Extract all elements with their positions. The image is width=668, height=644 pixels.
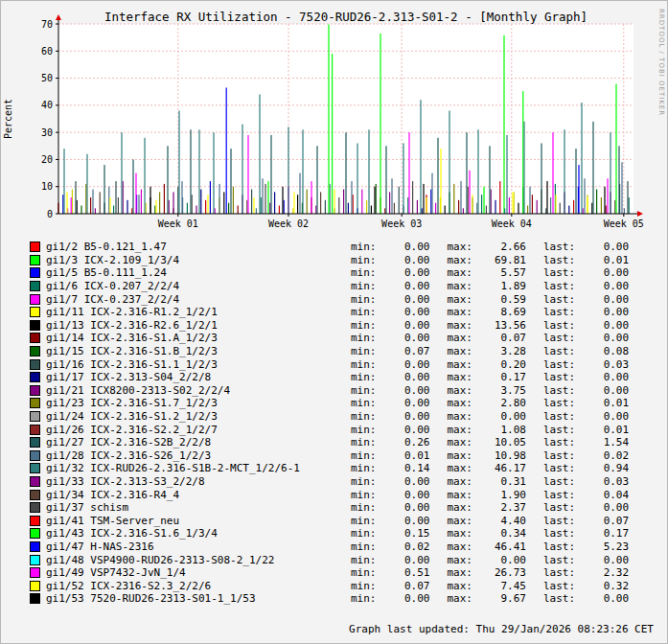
legend-color-swatch <box>30 463 40 473</box>
legend-color-swatch <box>30 398 40 408</box>
legend-last-key: last: <box>543 280 575 292</box>
y-tick-label: 50 <box>41 73 53 83</box>
baseline-bar <box>187 203 188 214</box>
legend-min-key: min: <box>351 436 377 448</box>
baseline-bar <box>100 192 101 214</box>
baseline-bar <box>361 190 362 214</box>
spike-bar <box>621 162 622 214</box>
y-axis-title: Percent <box>3 99 13 139</box>
legend-max-value: 0.17 <box>472 371 526 383</box>
legend-max-value: 69.81 <box>472 254 526 266</box>
legend-label: gi1/3 ICX-2.109_1/3/4 <box>46 254 334 266</box>
baseline-bar <box>141 190 142 214</box>
baseline-bar <box>62 195 63 214</box>
baseline-bar <box>417 200 418 214</box>
legend-last-value: 0.00 <box>575 319 629 332</box>
baseline-bar <box>614 200 615 214</box>
spike-bar <box>135 173 136 214</box>
baseline-bar <box>108 187 109 214</box>
legend-max-key: max: <box>448 345 473 357</box>
legend-color-swatch <box>30 437 40 448</box>
legend-min-value: 0.00 <box>377 266 430 279</box>
legend-label: gi1/24 ICX-2.316-S1.2_1/2/3 <box>46 410 334 423</box>
spike-bar <box>607 178 608 214</box>
legend-max-key: max: <box>448 424 473 436</box>
spike-bar <box>385 146 386 214</box>
legend-max-value: 0.00 <box>472 410 526 423</box>
legend-min-value: 0.00 <box>377 424 430 436</box>
legend-max-value: 2.80 <box>472 397 526 409</box>
legend-last-key: last: <box>543 254 575 266</box>
y-tick-label: 70 <box>41 19 53 30</box>
baseline-bar <box>430 190 431 214</box>
spike-bar <box>541 143 541 214</box>
legend-max-key: max: <box>448 436 473 448</box>
baseline-bar <box>330 184 331 214</box>
legend-last-key: last: <box>543 554 575 566</box>
spike-bar <box>587 197 587 214</box>
legend-color-swatch <box>30 333 40 343</box>
baseline-bar <box>238 206 239 214</box>
legend-label: gi1/33 ICX-2.313-S3_2/2/8 <box>46 475 334 488</box>
legend-last-value: 0.01 <box>575 254 629 266</box>
chart-plot: 010203040506070Week 01Week 02Week 03Week… <box>1 1 667 239</box>
baseline-bar <box>573 200 574 214</box>
y-tick-label: 0 <box>47 209 53 219</box>
legend-min-key: min: <box>351 371 377 383</box>
spike-bar <box>167 146 168 214</box>
legend-min-key: min: <box>351 254 377 266</box>
baseline-bar <box>486 206 487 214</box>
baseline-bar <box>261 197 262 214</box>
baseline-bar <box>131 208 132 214</box>
spike-bar <box>198 129 199 214</box>
legend-label: gi1/41 TSM-Server_neu <box>46 515 334 527</box>
legend-max-value: 2.37 <box>472 501 526 514</box>
spike-bar <box>529 187 530 214</box>
legend-max-key: max: <box>448 280 473 292</box>
legend-label: gi1/53 7520-RUD26-2313-S01-1_1/53 <box>46 592 334 605</box>
spike-bar <box>469 171 470 214</box>
legend-label: gi1/13 ICX-2.316-R2.6_1/2/1 <box>46 319 334 332</box>
spike-bar <box>423 184 424 214</box>
legend-min-key: min: <box>351 424 377 436</box>
spike-bar <box>460 181 461 214</box>
spike-bar <box>71 197 72 214</box>
legend-color-swatch <box>30 490 40 500</box>
legend-min-value: 0.00 <box>377 280 430 292</box>
baseline-bar <box>265 184 265 214</box>
legend-color-swatch <box>30 281 40 291</box>
legend-max-key: max: <box>448 449 473 462</box>
spike-bar <box>293 192 294 214</box>
baseline-bar <box>192 195 193 214</box>
baseline-bar <box>371 206 372 214</box>
spike-bar <box>618 146 619 214</box>
legend-color-swatch <box>30 267 40 278</box>
legend-last-value: 0.32 <box>575 580 629 592</box>
legend-label: gi1/23 ICX-2.316-S1.7_1/2/3 <box>46 397 334 409</box>
legend-row: gi1/21 ICX8200-2313-S02_2/2/4min:0.00max… <box>30 384 652 398</box>
legend-min-value: 0.02 <box>377 540 430 553</box>
legend-min-value: 0.00 <box>377 371 430 383</box>
legend-row: gi1/28 ICX-2.316-S26_1/2/3min:0.01max:10… <box>30 449 652 463</box>
baseline-bar <box>495 200 495 214</box>
spike-bar <box>440 149 441 214</box>
legend-color-swatch <box>30 450 40 461</box>
baseline-bar <box>72 190 73 214</box>
legend-max-value: 3.28 <box>472 345 526 357</box>
spike-bar <box>247 135 248 214</box>
legend-color-swatch <box>30 476 40 487</box>
spike-bar <box>483 187 484 214</box>
baseline-bar <box>407 197 408 214</box>
legend-max-value: 8.69 <box>472 306 526 318</box>
legend-last-value: 0.00 <box>575 293 629 306</box>
spike-bar <box>150 187 150 214</box>
legend-max-key: max: <box>448 241 473 253</box>
spike-bar <box>408 132 409 214</box>
baseline-bar <box>200 190 201 214</box>
legend-last-key: last: <box>543 397 575 409</box>
legend-last-value: 2.32 <box>575 566 629 579</box>
legend-last-key: last: <box>543 540 575 553</box>
spike-bar <box>92 190 93 214</box>
legend-min-value: 0.07 <box>377 345 430 357</box>
legend-last-key: last: <box>543 384 575 397</box>
